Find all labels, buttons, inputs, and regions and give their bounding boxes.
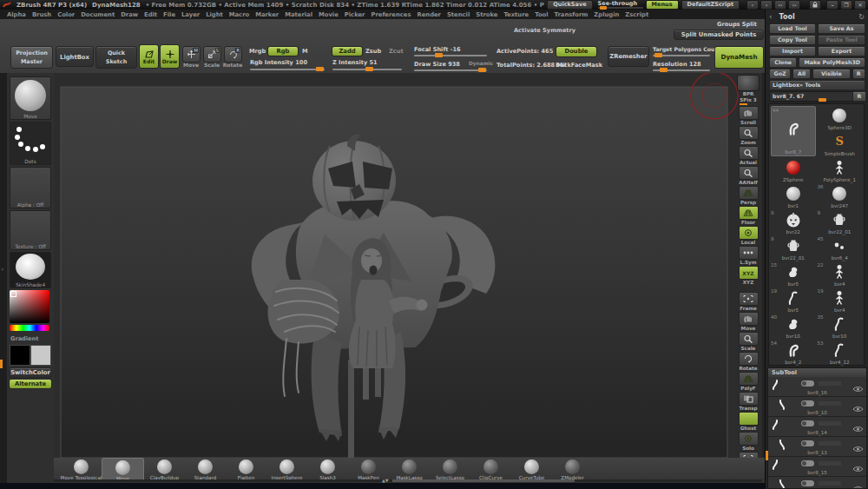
rgb-intensity-track[interactable] xyxy=(250,69,325,70)
tray-brush-selectlasso[interactable]: SelectLasso xyxy=(430,458,470,480)
minimize-button[interactable]: – xyxy=(826,0,838,10)
subtool-toggle-icon[interactable] xyxy=(801,380,814,387)
lightbox-tools-button[interactable]: Lightbox» Tools xyxy=(769,80,865,90)
tray-brush-flatten[interactable]: Flatten xyxy=(226,458,266,480)
projection-master-button[interactable]: Projection Master xyxy=(10,46,53,69)
subtool-toggle-icon[interactable] xyxy=(801,400,814,406)
menu-preferences[interactable]: Preferences xyxy=(371,11,411,18)
subtool-row-bvr8_15[interactable]: bvr8_15 xyxy=(768,457,866,477)
tool-name-slider[interactable]: bvr8_7. 67 xyxy=(769,91,855,102)
resolution-slider-label[interactable]: Resolution 128 xyxy=(653,61,701,68)
rightshelf-ghost[interactable]: Ghost xyxy=(739,412,759,431)
default-zscript-button[interactable]: DefaultZScript xyxy=(681,0,740,10)
tool-item-simplebrush[interactable]: SSimpleBrush xyxy=(817,131,864,157)
rightshelf-l-sym[interactable]: L.Sym xyxy=(739,246,759,265)
redo-icon[interactable]: › xyxy=(760,0,773,10)
menu-file[interactable]: File xyxy=(163,11,175,18)
zremesher-button[interactable]: ZRemesher xyxy=(608,46,649,67)
menu-layer[interactable]: Layer xyxy=(181,11,200,18)
menu-stencil[interactable]: Stencil xyxy=(447,11,470,18)
save-as-button[interactable]: Save As xyxy=(818,23,865,34)
tool-item-bvr10[interactable]: 35bvr10 xyxy=(817,314,864,340)
subtool-toggle-icon[interactable] xyxy=(801,460,814,466)
z-intensity-track[interactable] xyxy=(332,69,402,70)
subtool-row-bvr8_13[interactable]: bvr8_13 xyxy=(768,437,866,457)
secondary-color-swatch[interactable] xyxy=(30,345,51,366)
goz-button[interactable]: GoZ xyxy=(769,69,791,79)
refresh-icon[interactable]: ↻ xyxy=(858,13,865,21)
rightshelf-floor[interactable]: Floor xyxy=(739,206,759,225)
tool-item-bvr5[interactable]: 15bvr5 xyxy=(770,261,817,287)
subtool-row-bvr8_10[interactable]: bvr8_10 xyxy=(768,397,866,417)
double-button[interactable]: Double xyxy=(556,46,597,57)
rightshelf-rotate[interactable]: Rotate xyxy=(739,352,759,371)
rightshelf-frame[interactable]: Frame xyxy=(739,292,759,311)
menu-zplugin[interactable]: Zplugin xyxy=(594,11,619,18)
color-picker[interactable] xyxy=(10,290,49,323)
rightshelf-solo[interactable]: Solo xyxy=(739,432,759,451)
subtool-toggle-icon[interactable] xyxy=(801,420,814,426)
menu-document[interactable]: Document xyxy=(81,11,115,18)
hue-strip[interactable] xyxy=(10,325,49,331)
draw-size-track[interactable] xyxy=(414,69,487,71)
slider-r-button[interactable]: R xyxy=(852,91,866,102)
lightbox-button[interactable]: LightBox xyxy=(56,46,94,67)
subtool-toggle-icon[interactable] xyxy=(801,440,814,446)
tool-item-bvr22[interactable]: 9bvr22 xyxy=(770,209,817,235)
tool-item-zsphere[interactable]: ZSphere xyxy=(770,157,817,183)
menu-alpha[interactable]: Alpha xyxy=(7,11,26,18)
rightshelf-scale[interactable]: Scale xyxy=(739,332,759,351)
menu-color[interactable]: Color xyxy=(57,11,75,18)
tool-item-bvr5[interactable]: 19bvr5 xyxy=(770,287,817,314)
subtool-row-bvr8_14[interactable]: bvr8_14 xyxy=(768,417,866,437)
rightshelf-spix-3[interactable]: SPix 3 xyxy=(740,97,757,105)
tray-brush-curvetube[interactable]: CurveTube xyxy=(511,458,552,480)
current-stroke-thumb[interactable]: Dots xyxy=(10,122,51,165)
tray-brush-insertsphere[interactable]: InsertSphere xyxy=(266,458,307,480)
split-unmasked-points-button[interactable]: Split Unmasked Points xyxy=(674,30,764,40)
zadd-button[interactable]: Zadd xyxy=(332,46,363,56)
move-mode-button[interactable]: M xyxy=(182,46,201,63)
restore-button[interactable]: ❒ xyxy=(840,0,852,10)
groups-split-button[interactable]: Groups Split xyxy=(717,21,757,28)
tray-brush-move-topological[interactable]: Move Topological xyxy=(61,458,102,480)
tray-brush-move[interactable]: Move xyxy=(102,458,144,482)
tool-item-bvr6_4[interactable]: 45bvr6_4 xyxy=(817,235,864,261)
menu-zscript[interactable]: Zscript xyxy=(625,11,648,18)
current-alpha-thumb[interactable]: Alpha : Off xyxy=(10,167,51,208)
rightshelf-actual[interactable]: Actual xyxy=(739,146,759,165)
all-button[interactable]: All xyxy=(792,69,811,79)
rightshelf-local[interactable]: Local xyxy=(739,226,759,245)
rightshelf-polyf[interactable]: PolyF xyxy=(739,372,759,391)
clone-button[interactable]: Clone xyxy=(769,57,797,68)
tool-item-sphere3d[interactable]: Sphere3D xyxy=(817,105,864,131)
subtool-row-bvr8_16[interactable]: bvr8_16 xyxy=(768,377,866,397)
activate-symmetry-label[interactable]: Activate Symmetry xyxy=(514,27,575,34)
quicksave-button[interactable]: QuickSave xyxy=(547,0,592,10)
sculpt-canvas[interactable] xyxy=(54,73,762,458)
see-through-slider[interactable]: See-through xyxy=(598,1,643,9)
focal-shift-slider-label[interactable]: Focal Shift -16 xyxy=(414,46,461,53)
menu-brush[interactable]: Brush xyxy=(32,11,51,18)
lock-icon[interactable] xyxy=(809,0,821,10)
menu-texture[interactable]: Texture xyxy=(503,11,529,18)
mrgb-button[interactable]: Mrgb xyxy=(249,48,266,55)
current-material-thumb[interactable]: SkinShade4 xyxy=(10,252,51,288)
tool-item-bvr8_7[interactable]: 44bvr8_7 xyxy=(771,106,816,156)
zsub-button[interactable]: Zsub xyxy=(365,48,381,55)
edit-button[interactable]: Edit xyxy=(139,44,159,69)
close-button[interactable]: ✕ xyxy=(854,0,866,10)
rightshelf-scroll[interactable]: Scroll xyxy=(739,106,759,125)
tool-item-bvr10[interactable]: 40bvr10 xyxy=(770,314,817,340)
tray-brush-slash3[interactable]: Slash3 xyxy=(307,458,348,480)
backface-mask-button[interactable]: BackFaceMask xyxy=(556,62,602,69)
import-button[interactable]: Import xyxy=(769,46,816,56)
menu-light[interactable]: Light xyxy=(206,11,223,18)
menu-macro[interactable]: Macro xyxy=(229,11,249,18)
menu-material[interactable]: Material xyxy=(285,11,312,18)
menu-marker[interactable]: Marker xyxy=(255,11,279,18)
make-polymesh3d-button[interactable]: Make PolyMesh3D xyxy=(799,57,865,68)
export-button[interactable]: Export xyxy=(818,46,865,56)
redo-history-icon[interactable]: ›› xyxy=(788,0,800,10)
tray-brush-claybuildup[interactable]: ClayBuildup xyxy=(144,458,185,480)
